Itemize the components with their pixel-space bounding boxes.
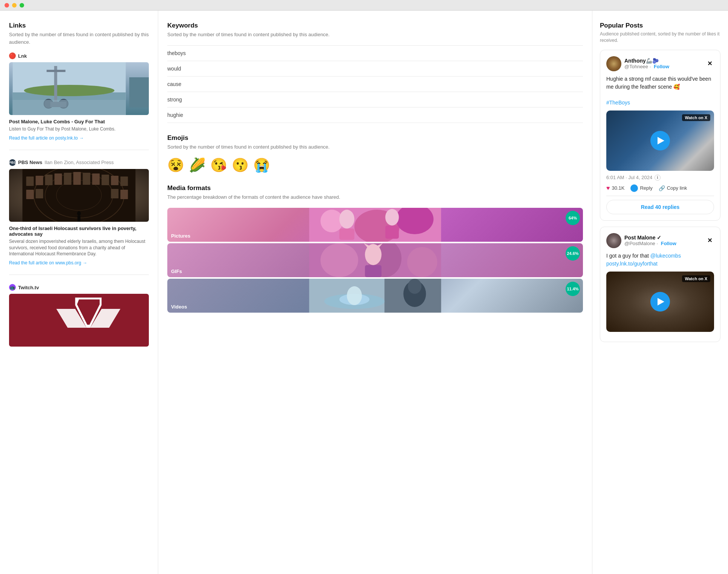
svg-point-44 [321,243,358,277]
pbs-read-more[interactable]: Read the full article on www.pbs.org → [9,260,149,266]
svg-point-46 [407,247,437,277]
media-row-videos: Videos 11.4% [167,279,583,313]
svg-rect-22 [111,176,119,185]
tweet-reply-action-1[interactable]: Reply [630,184,652,192]
copy-icon-1: 🔗 [659,185,665,191]
svg-rect-27 [111,189,119,198]
link-source-lnk: 🔴 Lnk [9,52,149,59]
svg-rect-16 [55,173,62,185]
tweet-avatar-1 [606,56,621,71]
tweet-copy-action-1[interactable]: 🔗 Copy link [659,185,687,191]
tweet-follow-2[interactable]: Follow [661,241,676,246]
tweet-card-1: Anthony🦾🫐 @Tohneee · Follow ✕ Hughie a s… [600,50,720,221]
tweet-x-icon-2: ✕ [705,236,714,245]
emoji-1: 🌽 [189,157,206,173]
tweet-user-1: Anthony🦾🫐 @Tohneee · Follow [606,56,669,71]
svg-rect-15 [45,175,53,185]
lnk-read-more[interactable]: Read the full article on posty.lnk.to → [9,135,149,141]
media-row-gifs: GIFs 24.6% [167,243,583,277]
twitch-icon: 📺 [9,284,16,291]
emoji-2: 😘 [210,157,227,173]
tweet-timestamp-1: 6:01 AM · Jul 4, 2024 ℹ [606,175,714,181]
media-section-subtitle: The percentage breakdown of the formats … [167,193,583,201]
link-item-lnk: 🔴 Lnk Post Mal [9,52,149,150]
pbs-thumbnail [9,169,149,222]
tweet-body-2: I got a guy for that @lukecombs posty.ln… [606,252,714,268]
media-section-title: Media formats [167,184,583,192]
links-section-title: Links [9,22,149,29]
media-pictures-badge: 64% [566,211,580,225]
tweet-handle-1: @Tohneee · Follow [624,64,669,69]
main-container: Links Sorted by the number of times foun… [0,11,728,574]
tweet-header-1: Anthony🦾🫐 @Tohneee · Follow ✕ [606,56,714,71]
keyword-would: would [167,61,583,77]
play-triangle-2 [658,298,664,305]
svg-rect-25 [36,189,43,198]
lnk-icon: 🔴 [9,52,16,59]
popular-posts-subtitle: Audience published content, sorted by th… [600,31,720,44]
svg-rect-18 [73,172,81,185]
keyword-strong: strong [167,92,583,107]
tweet-actions-1: ♥ 30.1K Reply 🔗 Copy link [606,184,714,196]
tweet-follow-1[interactable]: Follow [654,64,669,69]
heart-icon-1: ♥ [606,185,610,192]
tweet-mention-2[interactable]: @lukecombs [650,253,681,259]
link-item-pbs: PBS PBS News Ilan Ben Zion, Associated P… [9,159,149,275]
twitch-source-name: Twitch.tv [18,285,39,290]
reply-icon-1 [630,184,638,192]
lnk-source-name: Lnk [18,53,27,59]
tweet-name-1: Anthony🦾🫐 [624,58,669,64]
tweet-user-info-2: Post Malone ✓ @PostMalone · Follow [624,235,676,246]
tweet-media-1[interactable]: Watch on X [606,111,714,171]
svg-point-56 [347,286,362,305]
pbs-title: One-third of Israeli Holocaust survivors… [9,226,149,237]
svg-rect-48 [365,265,382,277]
popular-posts-title: Popular Posts [600,22,720,29]
tweet-link-2[interactable]: posty.lnk.to/guyforthat [606,261,658,267]
emoji-4: 😭 [253,157,270,173]
link-source-pbs: PBS PBS News Ilan Ben Zion, Associated P… [9,159,149,166]
close-button[interactable] [5,3,9,8]
lnk-thumbnail [9,62,149,115]
svg-point-39 [340,210,355,229]
keyword-cause: cause [167,77,583,92]
keyword-theboys: theboys [167,45,583,61]
svg-rect-21 [102,175,109,185]
links-column: Links Sorted by the number of times foun… [0,11,158,574]
read-replies-button-1[interactable]: Read 40 replies [606,200,714,214]
media-videos-badge: 11.4% [566,282,580,296]
popular-posts-column: Popular Posts Audience published content… [592,11,728,574]
svg-rect-17 [64,173,72,185]
tweet-body-1: Hughie a strong mf cause this would've b… [606,75,714,107]
media-gifs-label: GIFs [171,269,182,274]
watch-on-x-2: Watch on X [682,275,710,282]
tweet-handle-2: @PostMalone · Follow [624,241,676,246]
play-button-2[interactable] [650,292,670,312]
keywords-section-title: Keywords [167,22,583,29]
tweet-header-2: Post Malone ✓ @PostMalone · Follow ✕ [606,233,714,248]
emojis-section: Emojis Sorted by the number of times fou… [167,134,583,173]
links-section-subtitle: Sorted by the number of times found in c… [9,31,149,46]
tweet-x-icon-1: ✕ [705,59,714,68]
play-button-1[interactable] [650,131,670,150]
tweet-likes-1: ♥ 30.1K [606,185,624,192]
tweet-hashtag-1[interactable]: #TheBoys [606,100,630,106]
svg-point-2 [24,85,115,96]
emoji-0: 😵 [167,157,184,173]
svg-rect-24 [26,190,34,199]
info-icon-1[interactable]: ℹ [655,175,661,181]
minimize-button[interactable] [12,3,17,8]
svg-point-58 [408,279,422,294]
media-videos-label: Videos [171,304,187,310]
tweet-user-info-1: Anthony🦾🫐 @Tohneee · Follow [624,58,669,69]
media-grid: Pictures 64% [167,208,583,313]
keywords-column: Keywords Sorted by the number of times f… [158,11,592,574]
lnk-title: Post Malone, Luke Combs - Guy For That [9,119,149,124]
maximize-button[interactable] [20,3,24,8]
tweet-avatar-2 [606,233,621,248]
tweet-media-2[interactable]: Watch on X [606,272,714,332]
pbs-source-extra: Ilan Ben Zion, Associated Press [44,160,114,165]
svg-point-41 [385,209,399,226]
keywords-section-subtitle: Sorted by the number of times found in c… [167,31,583,38]
svg-rect-14 [36,176,43,185]
